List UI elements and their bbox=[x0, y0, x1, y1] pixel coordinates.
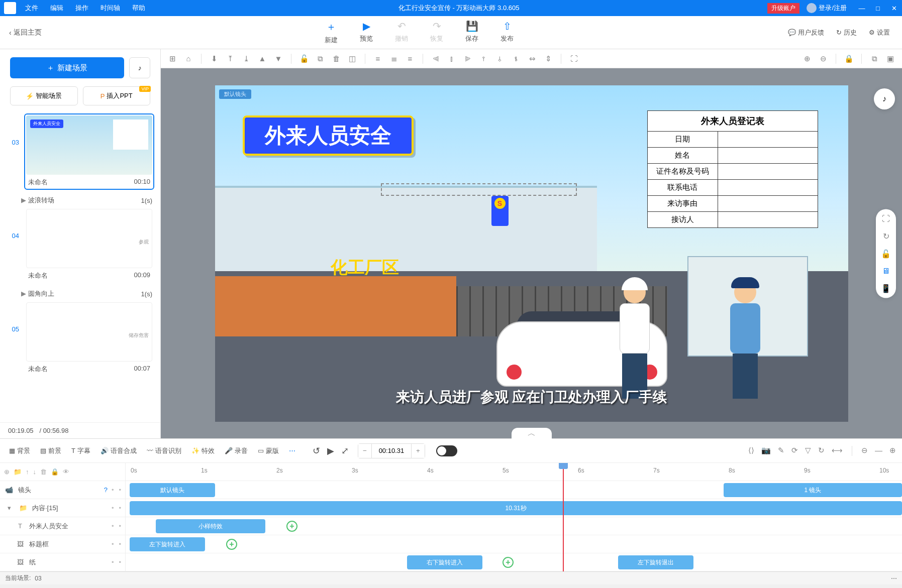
zoom-out-icon[interactable]: ⊖ bbox=[817, 52, 830, 65]
clip-camera-1[interactable]: 1 镜头 bbox=[724, 483, 902, 497]
align-left-icon[interactable]: ≡ bbox=[371, 52, 384, 65]
new-scene-button[interactable]: ＋新建场景 bbox=[10, 57, 124, 78]
play-button[interactable]: ▶ bbox=[327, 445, 334, 456]
camera-icon[interactable]: 📷 bbox=[761, 446, 771, 456]
menu-timeline[interactable]: 时间轴 bbox=[95, 2, 125, 15]
scene-thumbnail[interactable]: 外来人员安全 bbox=[26, 115, 152, 175]
tts-tool[interactable]: 🔊语音合成 bbox=[97, 444, 140, 457]
transition-row[interactable]: ▶波浪转场1(s) bbox=[6, 194, 154, 207]
scene-thumbnail[interactable]: 储存危害 bbox=[26, 302, 152, 362]
subtitle-tool[interactable]: T字幕 bbox=[68, 444, 93, 457]
bring-front-icon[interactable]: ▲ bbox=[256, 52, 269, 65]
canvas-music-button[interactable]: ♪ bbox=[874, 88, 895, 109]
help-icon[interactable]: ? bbox=[104, 486, 108, 494]
visibility-icon[interactable]: 👁 bbox=[63, 468, 69, 476]
layer-titlebox[interactable]: 🖼 标题框 •• bbox=[0, 535, 125, 553]
redo-button[interactable]: ↷恢复 bbox=[430, 20, 443, 45]
menu-file[interactable]: 文件 bbox=[20, 2, 43, 15]
filter-icon[interactable]: ▽ bbox=[805, 446, 811, 456]
clip-default-camera[interactable]: 默认镜头 bbox=[130, 483, 215, 497]
feedback-button[interactable]: 💬用户反馈 bbox=[788, 28, 824, 37]
align-center-icon[interactable]: ≣ bbox=[387, 52, 400, 65]
undo-button[interactable]: ↶撤销 bbox=[395, 20, 408, 45]
clip-paper-out[interactable]: 左下旋转退出 bbox=[618, 555, 693, 569]
layer-text[interactable]: T 外来人员安全 •• bbox=[0, 517, 125, 535]
down-icon[interactable]: ↓ bbox=[33, 468, 37, 476]
canvas-stage[interactable]: 化工厂区 默认镜头 外来人员安全 外来人员登记表 日期 姓名 证件名称及号码 联… bbox=[161, 68, 902, 438]
layer-paper[interactable]: 🖼 纸 •• bbox=[0, 553, 125, 571]
upgrade-account-button[interactable]: 升级账户 bbox=[767, 3, 799, 14]
asr-tool[interactable]: 〰语音识别 bbox=[144, 444, 184, 457]
align-top-icon[interactable]: ⤒ bbox=[224, 52, 237, 65]
layer-dot[interactable]: • bbox=[119, 558, 121, 566]
download-icon[interactable]: ⬇ bbox=[208, 52, 221, 65]
layer-dot[interactable]: • bbox=[112, 522, 114, 530]
delete-icon[interactable]: 🗑 bbox=[330, 52, 343, 65]
background-tool[interactable]: ▦背景 bbox=[6, 444, 33, 457]
more-icon[interactable]: ⋯ bbox=[891, 575, 897, 582]
back-home-button[interactable]: ‹ 返回主页 bbox=[0, 28, 51, 37]
more-tool[interactable]: ⋯ bbox=[286, 445, 298, 456]
record-tool[interactable]: 🎤录音 bbox=[222, 444, 251, 457]
playhead[interactable] bbox=[563, 463, 564, 571]
range-icon[interactable]: ⟷ bbox=[832, 446, 843, 456]
save-button[interactable]: 💾保存 bbox=[465, 20, 478, 45]
selection-handles[interactable] bbox=[381, 183, 577, 196]
transition-row[interactable]: ▶圆角向上1(s) bbox=[6, 287, 154, 300]
settings-button[interactable]: ⚙设置 bbox=[869, 28, 890, 37]
scene-thumbnail[interactable]: 参观 bbox=[26, 209, 152, 268]
publish-button[interactable]: ⇧发布 bbox=[500, 20, 514, 45]
autoplay-toggle[interactable] bbox=[436, 445, 457, 456]
time-decrease-button[interactable]: − bbox=[358, 444, 371, 458]
add-layer-icon[interactable]: ⊕ bbox=[4, 468, 10, 476]
canvas-frame[interactable]: 化工厂区 默认镜头 外来人员安全 外来人员登记表 日期 姓名 证件名称及号码 联… bbox=[215, 85, 848, 422]
main-title-element[interactable]: 外来人员安全 bbox=[243, 115, 414, 156]
registration-form-element[interactable]: 外来人员登记表 日期 姓名 证件名称及号码 联系电话 来访事由 接访人 bbox=[647, 110, 818, 228]
align-h-bottom-icon[interactable]: ⫮ bbox=[510, 52, 523, 65]
zoom-out-timeline-icon[interactable]: ⊖ bbox=[861, 446, 868, 456]
crop-icon[interactable]: ◫ bbox=[346, 52, 359, 65]
ruler-icon[interactable]: ⊞ bbox=[166, 52, 179, 65]
zoom-slider-icon[interactable]: — bbox=[875, 446, 882, 456]
layer-dot[interactable]: • bbox=[112, 504, 114, 512]
scene-item[interactable]: 05 储存危害 未命名00:07 bbox=[6, 300, 154, 377]
insert-ppt-button[interactable]: P插入PPTVIP bbox=[83, 86, 151, 105]
layer-dot[interactable]: • bbox=[112, 486, 114, 494]
music-button[interactable]: ♪ bbox=[129, 57, 150, 78]
align-bottom-icon[interactable]: ⤓ bbox=[240, 52, 253, 65]
layer-camera[interactable]: 📹 镜头 ? •• bbox=[0, 481, 125, 499]
fit-icon[interactable]: ⛶ bbox=[567, 52, 580, 65]
lock-canvas-icon[interactable]: 🔒 bbox=[842, 52, 855, 65]
new-button[interactable]: ＋新建 bbox=[325, 20, 338, 45]
copy-icon[interactable]: ⧉ bbox=[314, 52, 327, 65]
menu-edit[interactable]: 编辑 bbox=[45, 2, 68, 15]
folder-icon[interactable]: 📁 bbox=[14, 468, 22, 476]
clip-titlebox-fx[interactable]: 左下旋转进入 bbox=[130, 537, 205, 551]
layer-content[interactable]: ▾ 📁 内容·[15] •• bbox=[0, 499, 125, 517]
trash-icon[interactable]: 🗑 bbox=[40, 468, 47, 476]
time-input[interactable] bbox=[371, 444, 412, 458]
loop-icon[interactable]: ↻ bbox=[818, 446, 825, 456]
scene-item[interactable]: 04 参观 未命名00:09 bbox=[6, 207, 154, 283]
layer-dot[interactable]: • bbox=[112, 540, 114, 548]
track-paper[interactable]: 右下旋转进入 + 左下旋转退出 bbox=[126, 553, 902, 571]
layer-dot[interactable]: • bbox=[112, 558, 114, 566]
distribute-v-icon[interactable]: ⇕ bbox=[542, 52, 555, 65]
refresh-icon[interactable]: ⟳ bbox=[791, 446, 798, 456]
rotate-icon[interactable]: ↻ bbox=[883, 231, 889, 241]
add-keyframe-button[interactable]: + bbox=[503, 557, 514, 568]
clip-content[interactable]: 10.31秒 bbox=[130, 501, 902, 515]
desktop-view-icon[interactable]: 🖥 bbox=[882, 266, 890, 275]
expand-play-button[interactable]: ⤢ bbox=[341, 445, 349, 456]
rewind-button[interactable]: ↺ bbox=[313, 445, 320, 456]
mask-tool[interactable]: ▭蒙版 bbox=[255, 444, 282, 457]
zoom-in-timeline-icon[interactable]: ⊕ bbox=[889, 446, 896, 456]
add-keyframe-button[interactable]: + bbox=[286, 521, 297, 532]
smart-scene-button[interactable]: ⚡智能场景 bbox=[10, 86, 78, 105]
unlock-icon[interactable]: 🔓 bbox=[881, 249, 891, 258]
fx-tool[interactable]: ✨特效 bbox=[188, 444, 218, 457]
send-back-icon[interactable]: ▼ bbox=[272, 52, 285, 65]
login-register-button[interactable]: 登录/注册 bbox=[804, 3, 850, 13]
bracket-in-icon[interactable]: ⟨⟩ bbox=[748, 446, 754, 456]
align-v-right-icon[interactable]: ⫸ bbox=[461, 52, 474, 65]
